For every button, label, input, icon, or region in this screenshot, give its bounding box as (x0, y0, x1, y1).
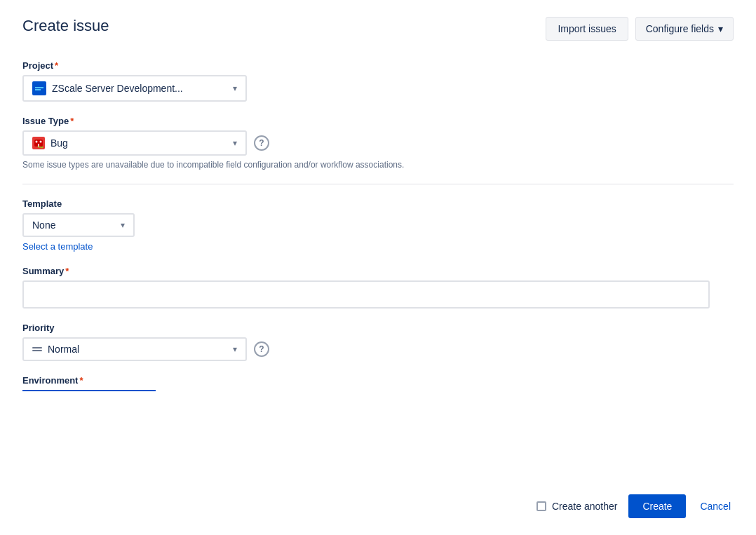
template-select[interactable]: None ▾ (22, 213, 135, 237)
project-dropdown-icon: ▾ (233, 83, 237, 93)
required-indicator: * (79, 375, 83, 386)
priority-chevron-icon: ▾ (233, 344, 237, 354)
create-issue-modal: Create issue Import issues Configure fie… (0, 0, 756, 535)
project-logo-icon (34, 83, 45, 94)
issue-type-select[interactable]: 🐛 Bug ▾ (22, 130, 247, 156)
priority-normal-icon (32, 347, 42, 351)
issue-type-section: Issue Type * 🐛 Bug ▾ ? Some issue types (22, 116, 734, 170)
summary-section: Summary * (22, 266, 734, 309)
summary-label: Summary * (22, 266, 734, 276)
header-actions: Import issues Configure fields ▾ (546, 17, 734, 41)
select-template-link[interactable]: Select a template (22, 241, 93, 252)
issue-type-help-button[interactable]: ? (254, 135, 269, 151)
create-another-checkbox[interactable] (536, 501, 546, 511)
template-label: Template (22, 198, 734, 209)
summary-input[interactable] (22, 280, 710, 309)
issue-type-value: Bug (50, 137, 227, 149)
svg-point-7 (40, 141, 42, 143)
project-label: Project * (22, 60, 734, 71)
template-value: None (32, 219, 115, 231)
project-icon (32, 81, 46, 95)
environment-section: Environment * (22, 375, 734, 391)
issue-type-label: Issue Type * (22, 116, 734, 126)
priority-value: Normal (48, 344, 227, 355)
required-indicator: * (65, 266, 69, 276)
priority-help-button[interactable]: ? (254, 341, 269, 357)
priority-label: Priority (22, 323, 734, 333)
modal-header: Create issue Import issues Configure fie… (22, 17, 734, 41)
svg-rect-1 (35, 87, 43, 88)
priority-select[interactable]: Normal ▾ (22, 337, 247, 361)
required-indicator: * (55, 60, 58, 71)
modal-footer: Create another Create Cancel (536, 494, 734, 518)
required-indicator: * (70, 116, 74, 126)
issue-type-chevron-icon: ▾ (233, 138, 237, 148)
bug-icon: 🐛 (32, 137, 45, 149)
import-issues-button[interactable]: Import issues (546, 17, 628, 41)
section-divider (22, 184, 734, 184)
project-section: Project * ZScale Server Development... ▾ (22, 60, 734, 102)
project-name: ZScale Server Development... (52, 83, 227, 94)
svg-rect-2 (35, 89, 41, 90)
issue-type-row: 🐛 Bug ▾ ? (22, 130, 734, 156)
cancel-button[interactable]: Cancel (697, 494, 734, 518)
create-button[interactable]: Create (628, 494, 686, 518)
priority-section: Priority Normal ▾ ? (22, 323, 734, 361)
template-section: Template None ▾ Select a template (22, 198, 734, 252)
chevron-down-icon: ▾ (718, 23, 723, 34)
project-select[interactable]: ZScale Server Development... ▾ (22, 75, 247, 102)
svg-point-6 (36, 141, 38, 143)
configure-fields-button[interactable]: Configure fields ▾ (635, 17, 734, 41)
template-chevron-icon: ▾ (121, 220, 125, 230)
priority-row: Normal ▾ ? (22, 337, 734, 361)
create-another-label[interactable]: Create another (536, 501, 617, 512)
issue-type-info: Some issue types are unavailable due to … (22, 160, 548, 170)
page-title: Create issue (22, 17, 109, 35)
environment-underline (22, 390, 156, 391)
environment-label: Environment * (22, 375, 734, 386)
